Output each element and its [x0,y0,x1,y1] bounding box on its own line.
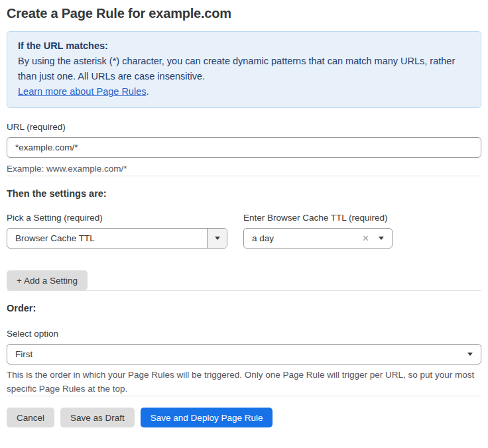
order-help-text: This is the order in which your Page Rul… [7,368,481,396]
info-box-heading: If the URL matches: [18,38,470,54]
ttl-select-controls: × [363,233,392,244]
settings-row: Pick a Setting (required) Browser Cache … [7,213,481,249]
url-match-info-box: If the URL matches: By using the asteris… [7,31,481,108]
ttl-select[interactable]: a day × [243,228,393,249]
divider [7,290,481,291]
info-box-link-line: Learn more about Page Rules. [18,84,470,99]
order-section-heading: Order: [7,303,481,313]
url-field-label: URL (required) [7,122,481,132]
setting-select-column: Pick a Setting (required) Browser Cache … [7,213,227,249]
learn-more-link[interactable]: Learn more about Page Rules [18,86,146,97]
setting-select[interactable]: Browser Cache TTL [7,228,227,249]
link-suffix: . [146,86,149,97]
footer-buttons: Cancel Save as Draft Save and Deploy Pag… [7,408,481,427]
url-example-text: Example: www.example.com/* [7,162,481,176]
order-select-value: First [7,349,467,359]
setting-select-caret-section[interactable] [207,229,227,248]
page-title: Create a Page Rule for example.com [7,6,481,21]
save-deploy-button[interactable]: Save and Deploy Page Rule [141,408,273,427]
save-draft-button[interactable]: Save as Draft [60,408,135,427]
url-input[interactable] [7,137,481,158]
order-select[interactable]: First [7,344,481,364]
divider [7,176,481,176]
order-select-controls [467,353,481,356]
ttl-select-label: Enter Browser Cache TTL (required) [243,213,393,223]
cancel-button[interactable]: Cancel [7,408,54,427]
ttl-select-value: a day [244,233,363,243]
page-rule-form: Create a Page Rule for example.com If th… [0,0,488,427]
chevron-down-icon [467,353,473,356]
chevron-down-icon[interactable] [379,237,384,240]
divider [7,396,481,396]
chevron-down-icon [215,237,220,240]
order-select-label: Select option [7,329,481,339]
add-setting-button[interactable]: + Add a Setting [7,270,88,290]
info-box-body: By using the asterisk (*) character, you… [18,54,470,84]
settings-section-heading: Then the settings are: [7,188,481,199]
clear-icon[interactable]: × [363,233,369,244]
ttl-select-column: Enter Browser Cache TTL (required) a day… [243,213,393,249]
setting-select-label: Pick a Setting (required) [7,213,227,223]
setting-select-value: Browser Cache TTL [7,233,207,243]
